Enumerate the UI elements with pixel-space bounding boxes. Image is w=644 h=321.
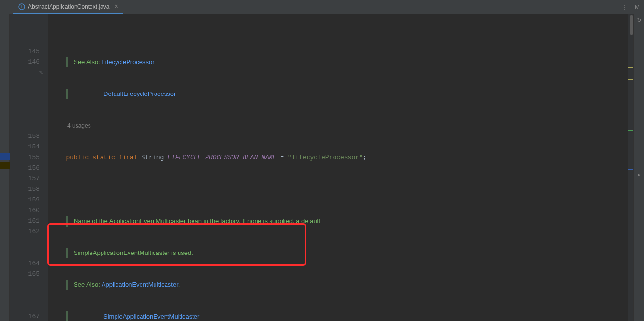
line-gutter: 145 146 ✎ 153 154 155 156 157 158 159 16…: [10, 14, 48, 321]
javadoc-link[interactable]: ApplicationEventMulticaster: [102, 281, 178, 288]
line-number[interactable]: 167: [10, 311, 39, 321]
more-icon[interactable]: ⋮: [621, 3, 629, 11]
line-number[interactable]: 154: [10, 142, 39, 152]
scroll-marker[interactable]: [628, 67, 633, 68]
javadoc-link[interactable]: LifecycleProcessor: [102, 58, 154, 66]
line-number[interactable]: 162: [10, 227, 39, 237]
svg-text:I: I: [21, 4, 23, 9]
gutter-marker: [0, 153, 10, 160]
code-editor[interactable]: See Also: LifecycleProcessor, DefaultLif…: [48, 14, 633, 321]
line-number[interactable]: 146: [10, 57, 39, 67]
line-number[interactable]: 165: [10, 269, 39, 280]
scroll-map[interactable]: [628, 14, 633, 321]
margin-line: [568, 14, 568, 321]
letter-icon[interactable]: M: [633, 3, 641, 11]
scroll-thumb[interactable]: [630, 15, 633, 35]
scroll-marker[interactable]: [628, 130, 633, 131]
refresh-icon[interactable]: ↻: [634, 14, 644, 25]
java-interface-icon: I: [18, 3, 25, 10]
javadoc-see: See Also:: [74, 281, 100, 288]
chevron-left-icon[interactable]: ▸: [634, 170, 644, 180]
javadoc-see: See Also:: [74, 58, 100, 66]
close-icon[interactable]: ✕: [114, 3, 118, 10]
scroll-marker[interactable]: [628, 169, 633, 170]
highlight-box: [47, 223, 306, 266]
code-line[interactable]: public static final String LIFECYCLE_PRO…: [55, 152, 633, 163]
line-number[interactable]: 153: [10, 131, 39, 142]
line-number[interactable]: 159: [10, 195, 39, 205]
line-number[interactable]: 155: [10, 152, 39, 163]
line-number[interactable]: 164: [10, 258, 39, 269]
right-tool-strip: ↻ ▸: [633, 14, 644, 321]
line-number[interactable]: 158: [10, 184, 39, 195]
line-number[interactable]: 145: [10, 46, 39, 57]
gutter-marker: [0, 162, 10, 169]
javadoc-text: SimpleApplicationEventMulticaster is use…: [74, 249, 193, 256]
tab-title: AbstractApplicationContext.java: [28, 3, 109, 10]
line-number[interactable]: 160: [10, 205, 39, 216]
javadoc-link[interactable]: DefaultLifecycleProcessor: [103, 90, 176, 97]
tab-bar: I AbstractApplicationContext.java ✕ ⋮ M: [0, 0, 644, 14]
javadoc-link[interactable]: SimpleApplicationEventMulticaster: [103, 313, 199, 320]
edit-icon[interactable]: ✎: [39, 67, 43, 78]
line-number[interactable]: 156: [10, 163, 39, 174]
left-tool-strip: [0, 14, 10, 321]
top-right-actions: ⋮ M: [621, 0, 641, 14]
line-number[interactable]: 161: [10, 216, 39, 227]
usages-hint[interactable]: 4 usages: [67, 122, 91, 129]
scroll-marker[interactable]: [628, 79, 633, 80]
javadoc-text: Name of the ApplicationEventMulticaster …: [74, 217, 320, 225]
editor-tab[interactable]: I AbstractApplicationContext.java ✕: [13, 0, 123, 14]
line-number[interactable]: 157: [10, 174, 39, 184]
